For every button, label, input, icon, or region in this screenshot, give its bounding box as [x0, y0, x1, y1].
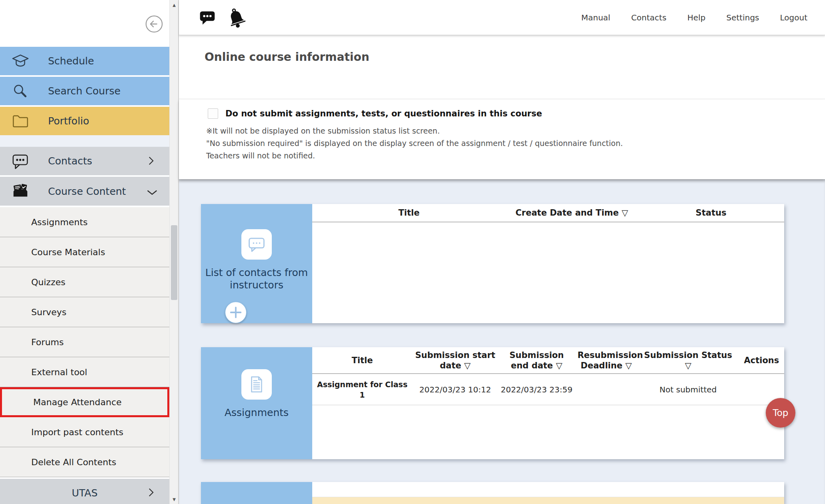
sidebar-header: [0, 0, 169, 47]
contacts-card: List of contacts from instructors: [201, 204, 312, 323]
sidebar-scrollbar[interactable]: ▲ ▼: [169, 0, 178, 504]
no-submit-checkbox[interactable]: [208, 108, 218, 119]
assignments-card-label: Assignments: [225, 406, 289, 419]
sidebar-item-surveys[interactable]: Surveys: [0, 297, 169, 327]
plus-icon: [225, 302, 247, 323]
topbar: ManualContactsHelpSettingsLogout: [179, 0, 825, 35]
sidebar-item-manage-attendance[interactable]: Manage Attendance: [0, 387, 169, 417]
title-zone: Online course information: [179, 35, 825, 99]
content-zone: List of contacts from instructors TitleC…: [179, 179, 825, 504]
cell: Not submitted: [637, 384, 739, 395]
sidebar-item-label: Forums: [31, 337, 64, 347]
note-line: Teachers will not be notified.: [206, 150, 825, 162]
cell: Assignment for Class 1: [312, 379, 412, 400]
back-arrow-icon: [145, 15, 163, 33]
document-icon: [241, 369, 272, 400]
sidebar-collapse-button[interactable]: [144, 14, 164, 34]
sidebar-item-schedule[interactable]: Schedule: [0, 47, 169, 75]
add-contact-button[interactable]: [225, 302, 247, 323]
sidebar-item-label: Surveys: [31, 307, 66, 317]
topbar-link-logout[interactable]: Logout: [780, 13, 807, 22]
sidebar-group-gap: [0, 135, 169, 147]
cell: 2022/03/23 23:59: [498, 384, 575, 395]
column-header-submission-start-date[interactable]: Submission start date ▽: [412, 350, 498, 371]
assignments-table: Assignments TitleSubmission start date ▽…: [201, 347, 784, 459]
checkbox-row: Do not submit assignments, tests, or que…: [179, 99, 825, 119]
assignments-card: Assignments: [201, 347, 312, 459]
column-header-resubmission-deadline[interactable]: Resubmission Deadline ▽: [575, 350, 638, 371]
app-window: ScheduleSearch CoursePortfolioContactsCo…: [0, 0, 825, 504]
contacts-rows: [312, 222, 784, 323]
sidebar-item-label: Contacts: [48, 155, 92, 167]
chevron-down-icon: [145, 185, 157, 197]
contacts-table-header: TitleCreate Date and Time ▽Status: [312, 204, 784, 222]
column-header-submission-end-date[interactable]: Submission end date ▽: [498, 350, 575, 371]
main-area: ManualContactsHelpSettingsLogout Online …: [178, 0, 825, 504]
highlighted-row: [312, 497, 784, 504]
column-header-submission-status[interactable]: Submission Status ▽: [637, 350, 739, 371]
third-card: [201, 482, 312, 504]
sidebar-item-forums[interactable]: Forums: [0, 327, 169, 357]
speech-bubble-icon: [11, 152, 30, 170]
sidebar-item-search-course[interactable]: Search Course: [0, 77, 169, 105]
sidebar-item-utas[interactable]: UTAS: [0, 479, 169, 504]
sidebar-item-label: UTAS: [72, 487, 98, 499]
assignments-table-header: TitleSubmission start date ▽Submission e…: [312, 347, 784, 374]
topbar-link-contacts[interactable]: Contacts: [631, 13, 666, 22]
chat-icon[interactable]: [198, 9, 217, 26]
notes: ※It will not be displayed on the submiss…: [206, 125, 825, 162]
search-icon: [11, 82, 30, 100]
sidebar-item-course-content[interactable]: Course Content: [0, 177, 169, 206]
sidebar-item-label: Portfolio: [48, 115, 89, 127]
page-title: Online course information: [179, 35, 825, 64]
sidebar-item-label: Import past contents: [31, 427, 123, 437]
sidebar-item-contacts[interactable]: Contacts: [0, 147, 169, 175]
sidebar-item-label: Course Content: [48, 186, 126, 197]
scroll-top-button[interactable]: Top: [766, 398, 795, 428]
scrollbar-down-arrow[interactable]: ▼: [170, 495, 179, 503]
sidebar-item-course-materials[interactable]: Course Materials: [0, 237, 169, 267]
topbar-link-manual[interactable]: Manual: [581, 13, 610, 22]
column-header-title: Title: [312, 208, 506, 218]
sidebar-item-delete-all-contents[interactable]: Delete All Contents: [0, 447, 169, 477]
sidebar-item-portfolio[interactable]: Portfolio: [0, 107, 169, 135]
scrollbar-up-arrow[interactable]: ▲: [170, 1, 179, 9]
assignments-rows: Assignment for Class 12022/03/23 10:1220…: [312, 374, 784, 459]
third-table-header: [312, 482, 784, 497]
contacts-table: List of contacts from instructors TitleC…: [201, 204, 784, 323]
column-header-title: Title: [312, 355, 412, 366]
topbar-icons: [179, 7, 247, 28]
sidebar-item-label: Course Materials: [31, 247, 105, 257]
topbar-link-help[interactable]: Help: [687, 13, 706, 22]
column-header-create-date-and-time[interactable]: Create Date and Time ▽: [506, 208, 638, 218]
topbar-menu: ManualContactsHelpSettingsLogout: [581, 13, 825, 22]
sidebar-item-label: External tool: [31, 367, 87, 377]
note-line: "No submission required" is displayed on…: [206, 137, 825, 150]
submission-settings-panel: Do not submit assignments, tests, or que…: [179, 99, 825, 179]
sidebar-item-label: Search Course: [48, 85, 120, 97]
sidebar-item-assignments[interactable]: Assignments: [0, 207, 169, 237]
scrollbar-thumb[interactable]: [171, 225, 177, 300]
sidebar-item-label: Manage Attendance: [33, 397, 122, 407]
bell-icon[interactable]: [226, 7, 247, 28]
sidebar-item-label: Quizzes: [31, 277, 65, 287]
sidebar-item-label: Delete All Contents: [31, 457, 116, 467]
sidebar-item-import-past-contents[interactable]: Import past contents: [0, 417, 169, 447]
sidebar-item-label: Assignments: [31, 217, 88, 227]
sidebar-item-label: Schedule: [48, 55, 94, 67]
sidebar-item-external-tool[interactable]: External tool: [0, 357, 169, 387]
topbar-link-settings[interactable]: Settings: [726, 13, 759, 22]
column-header-status: Status: [638, 208, 784, 218]
course-box-icon: [11, 182, 30, 200]
column-header-actions: Actions: [739, 355, 784, 366]
folder-icon: [11, 112, 30, 130]
chat-bubble-icon: [241, 229, 272, 260]
sidebar: ScheduleSearch CoursePortfolioContactsCo…: [0, 0, 169, 504]
contacts-card-label: List of contacts from instructors: [201, 266, 312, 291]
no-submit-checkbox-label: Do not submit assignments, tests, or que…: [225, 109, 542, 118]
third-table: [201, 482, 784, 504]
note-line: ※It will not be displayed on the submiss…: [206, 125, 825, 137]
sidebar-items: ScheduleSearch CoursePortfolioContactsCo…: [0, 47, 169, 504]
sidebar-item-quizzes[interactable]: Quizzes: [0, 267, 169, 297]
third-table-body: [312, 482, 784, 504]
